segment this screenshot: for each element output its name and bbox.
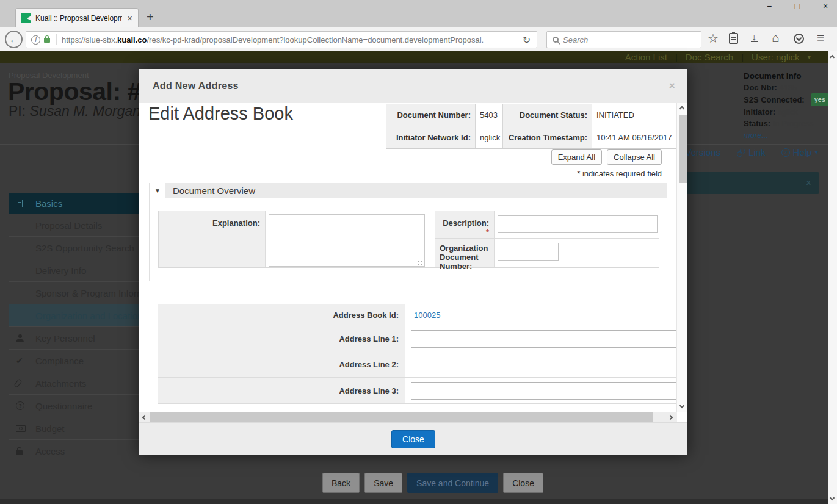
s2s-status-badge: yes (811, 93, 829, 106)
action-list-link[interactable]: Action List (625, 52, 667, 62)
initiator-network-id-value: nglick (476, 126, 503, 148)
clipped-row-input[interactable] (411, 408, 557, 412)
scroll-left-icon[interactable] (142, 415, 147, 420)
bookmarks-menu-icon[interactable] (729, 33, 738, 44)
scroll-up-icon[interactable] (830, 55, 835, 60)
back-page-button[interactable]: Back (322, 473, 360, 493)
address-line-3-input[interactable] (411, 382, 676, 400)
sidebar-item-budget[interactable]: Budget (9, 417, 147, 439)
check-icon: ✔ (16, 356, 23, 365)
initiator-network-id-label: Initiator Network Id: (386, 126, 476, 148)
sidebar-item-proposal-details[interactable]: Proposal Details (9, 214, 147, 236)
window-close-icon[interactable]: × (821, 1, 830, 11)
scroll-down-icon[interactable] (830, 495, 835, 500)
sidebar-item-label: Basics (35, 198, 62, 209)
document-info-panel: Document Info Doc Nbr: 4135 S2S Connecte… (744, 70, 829, 141)
description-cell (495, 211, 659, 239)
initiator-label: Initiator: (744, 107, 775, 117)
sidebar-item-sponsor-program-information[interactable]: Sponsor & Program Information (9, 281, 147, 304)
description-label-text: Description: (443, 218, 489, 228)
address-line-3-label: Address Line 3: (158, 378, 405, 403)
sidebar-item-basics[interactable]: Basics (9, 193, 147, 214)
s2s-line: S2S Connected:yes (744, 93, 829, 106)
menu-icon[interactable]: ≡ (817, 31, 824, 45)
sidebar-item-label: S2S Opportunity Search (35, 243, 134, 253)
https-lock-icon[interactable] (44, 38, 50, 43)
scroll-right-icon[interactable] (668, 415, 673, 420)
topbar-separator: | (741, 52, 744, 62)
sidebar-item-label: Key Personnel (35, 333, 95, 344)
page-info-icon[interactable]: i (31, 35, 40, 45)
sidebar-item-label: Delivery Info (35, 265, 86, 276)
bookmark-star-icon[interactable]: ☆ (708, 31, 719, 46)
organization-document-number-input[interactable] (498, 243, 559, 261)
question-icon: ? (16, 401, 24, 410)
page-scrollbar[interactable] (828, 51, 837, 504)
pocket-icon[interactable] (794, 34, 804, 44)
url-bar[interactable]: i https://siue-sbx.kuali.co/res/kc-pd-kr… (26, 31, 537, 48)
window-minimize-icon[interactable]: − (765, 1, 774, 11)
sidebar-item-compliance[interactable]: ✔Compliance (9, 349, 147, 372)
sidebar-item-label: Questionnaire (35, 401, 92, 411)
explanation-label: Explanation: (159, 211, 266, 267)
url-scheme: https:// (62, 35, 85, 45)
link-icon (736, 147, 745, 157)
sidebar-item-access[interactable]: Access (9, 439, 147, 462)
app-topbar: Action List | Doc Search | User: nglick … (0, 51, 828, 63)
sidebar: Basics Proposal Details S2S Opportunity … (9, 193, 147, 462)
scroll-up-icon[interactable] (679, 106, 684, 111)
resize-grip-icon[interactable] (418, 261, 419, 262)
status-line: Status: In Progress (744, 118, 829, 129)
sidebar-item-delivery-info[interactable]: Delivery Info (9, 259, 147, 281)
versions-label: Versions (686, 147, 721, 157)
help-label: Help (793, 147, 812, 157)
back-button[interactable]: ← (5, 31, 23, 48)
close-page-button[interactable]: Close (503, 473, 543, 493)
dialog-header: Add New Address × (139, 69, 687, 103)
doc-search-link[interactable]: Doc Search (686, 52, 733, 62)
address-line-1-input[interactable] (411, 330, 676, 348)
home-icon[interactable]: ⌂ (772, 31, 780, 45)
scroll-down-icon[interactable] (679, 403, 684, 408)
sidebar-item-attachments[interactable]: Attachments (9, 372, 147, 394)
user-menu[interactable]: User: nglick (752, 52, 799, 62)
tab-close-icon[interactable]: × (127, 13, 132, 23)
reload-button[interactable]: ↻ (516, 32, 537, 48)
panel-close-icon[interactable]: x (806, 178, 811, 187)
downloads-icon[interactable]: ↓ (752, 32, 756, 43)
browser-tab[interactable]: Kuali :: Proposal Developme × (15, 8, 139, 27)
sidebar-item-organization-and-location[interactable]: Organization and Location (9, 304, 147, 326)
window-maximize-icon[interactable]: □ (793, 1, 802, 11)
horizontal-scroll-thumb[interactable] (150, 412, 653, 422)
description-input[interactable] (498, 215, 658, 233)
dialog-horizontal-scrollbar[interactable] (139, 412, 677, 422)
sidebar-item-questionnaire[interactable]: ?Questionnaire (9, 394, 147, 417)
more-link[interactable]: more... (744, 129, 829, 141)
collapse-all-button[interactable]: Collapse All (607, 149, 662, 165)
disclosure-icon[interactable]: ▼ (154, 187, 161, 194)
user-caret-icon[interactable]: ▾ (807, 53, 811, 61)
save-and-continue-button[interactable]: Save and Continue (407, 473, 498, 493)
save-button[interactable]: Save (364, 473, 402, 493)
required-field-note: * indicates required field (577, 169, 662, 178)
dialog-close-icon[interactable]: × (669, 80, 675, 92)
sidebar-item-key-personnel[interactable]: Key Personnel (9, 326, 147, 349)
document-overview-section: ▼ Document Overview Description: * Expla… (149, 183, 667, 281)
link-link[interactable]: Link (736, 147, 766, 157)
search-box[interactable] (546, 31, 701, 48)
urlbar-divider (56, 34, 57, 45)
sidebar-item-s2s-opportunity-search[interactable]: S2S Opportunity Search (9, 236, 147, 259)
money-icon (16, 425, 26, 432)
explanation-textarea[interactable] (269, 214, 425, 267)
dialog-footer: Close (139, 422, 687, 455)
expand-all-button[interactable]: Expand All (551, 149, 602, 165)
dialog-vertical-scrollbar[interactable] (676, 103, 687, 412)
address-line-2-row: Address Line 2: (158, 351, 676, 378)
help-menu[interactable]: ?Help▾ (781, 147, 818, 157)
dialog-close-button[interactable]: Close (391, 430, 435, 448)
address-line-2-input[interactable] (411, 356, 676, 373)
new-tab-button[interactable]: + (147, 10, 154, 24)
vertical-scroll-thumb[interactable] (679, 115, 687, 183)
status-label: Status: (744, 119, 770, 128)
search-input[interactable] (563, 35, 701, 45)
